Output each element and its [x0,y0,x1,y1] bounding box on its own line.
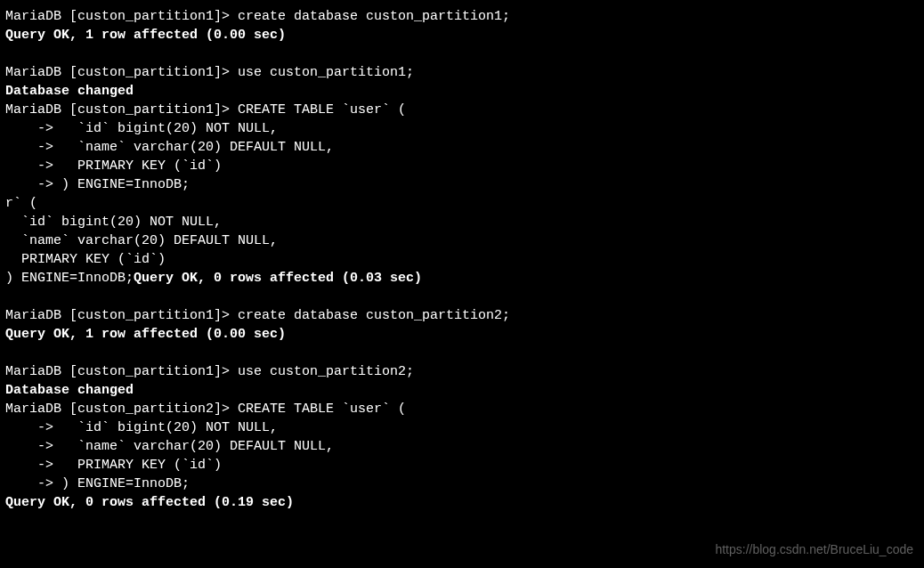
terminal-line: MariaDB [custon_partition1]> use custon_… [5,362,919,381]
terminal-line: Database changed [5,82,919,101]
terminal-line: -> `name` varchar(20) DEFAULT NULL, [5,138,919,157]
terminal-line: -> PRIMARY KEY (`id`) [5,157,919,175]
terminal-line: Database changed [5,381,919,400]
terminal-line: `name` varchar(20) DEFAULT NULL, [5,231,919,250]
terminal-line: `id` bigint(20) NOT NULL, [5,213,919,231]
terminal-line: MariaDB [custon_partition1]> CREATE TABL… [5,101,919,119]
terminal-line: PRIMARY KEY (`id`) [5,250,919,269]
terminal-line [5,344,919,362]
terminal-line: -> `id` bigint(20) NOT NULL, [5,119,919,138]
terminal-line [5,45,919,63]
terminal-result: Query OK, 0 rows affected (0.03 sec) [134,271,422,286]
terminal-line: -> `name` varchar(20) DEFAULT NULL, [5,437,919,456]
watermark-text: https://blog.csdn.net/BruceLiu_code [715,541,913,559]
terminal-line [5,288,919,306]
terminal-line: -> PRIMARY KEY (`id`) [5,456,919,475]
terminal-text: ) ENGINE=InnoDB; [5,271,134,286]
terminal-line: Query OK, 1 row affected (0.00 sec) [5,325,919,344]
terminal-line: MariaDB [custon_partition2]> CREATE TABL… [5,400,919,418]
terminal-line: -> ) ENGINE=InnoDB; [5,175,919,194]
terminal-line: MariaDB [custon_partition1]> create data… [5,7,919,26]
terminal-output: MariaDB [custon_partition1]> create data… [5,7,919,512]
terminal-line: MariaDB [custon_partition1]> create data… [5,306,919,325]
terminal-line: Query OK, 1 row affected (0.00 sec) [5,26,919,45]
terminal-line: Query OK, 0 rows affected (0.19 sec) [5,493,919,512]
terminal-line: r` ( [5,194,919,213]
terminal-line: -> ) ENGINE=InnoDB; [5,475,919,493]
terminal-line: MariaDB [custon_partition1]> use custon_… [5,63,919,82]
terminal-line: -> `id` bigint(20) NOT NULL, [5,418,919,437]
terminal-line: ) ENGINE=InnoDB;Query OK, 0 rows affecte… [5,269,919,288]
